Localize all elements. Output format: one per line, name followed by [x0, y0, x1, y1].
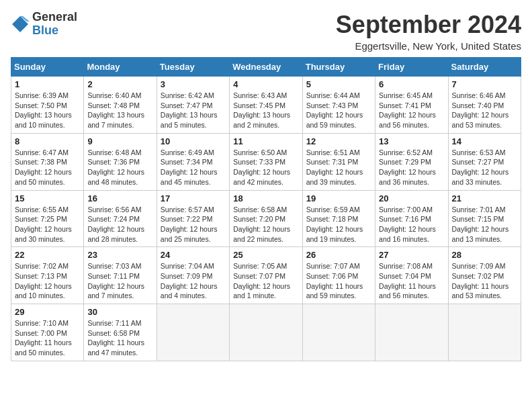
day-info: Sunrise: 6:52 AM Sunset: 7:29 PM Dayligh…: [379, 148, 444, 187]
calendar-cell: 27Sunrise: 7:08 AM Sunset: 7:04 PM Dayli…: [375, 247, 448, 304]
day-number: 9: [87, 136, 152, 146]
day-info: Sunrise: 6:58 AM Sunset: 7:20 PM Dayligh…: [233, 205, 298, 244]
calendar-cell: 4Sunrise: 6:43 AM Sunset: 7:45 PM Daylig…: [230, 77, 302, 134]
day-number: 12: [306, 136, 371, 146]
header-saturday: Saturday: [448, 58, 521, 77]
calendar-cell: 15Sunrise: 6:55 AM Sunset: 7:25 PM Dayli…: [11, 190, 84, 247]
day-number: 30: [87, 307, 152, 317]
calendar-cell: 22Sunrise: 7:02 AM Sunset: 7:13 PM Dayli…: [11, 247, 84, 304]
calendar-cell: 10Sunrise: 6:49 AM Sunset: 7:34 PM Dayli…: [157, 133, 229, 190]
day-info: Sunrise: 6:51 AM Sunset: 7:31 PM Dayligh…: [306, 148, 371, 187]
calendar-week-0: 1Sunrise: 6:39 AM Sunset: 7:50 PM Daylig…: [11, 77, 521, 134]
calendar-cell: 26Sunrise: 7:07 AM Sunset: 7:06 PM Dayli…: [302, 247, 375, 304]
day-number: 28: [452, 250, 517, 260]
day-info: Sunrise: 7:10 AM Sunset: 7:00 PM Dayligh…: [15, 318, 80, 358]
day-info: Sunrise: 6:44 AM Sunset: 7:43 PM Dayligh…: [306, 91, 371, 130]
day-number: 6: [379, 79, 444, 89]
day-info: Sunrise: 6:57 AM Sunset: 7:22 PM Dayligh…: [161, 205, 226, 244]
day-info: Sunrise: 7:03 AM Sunset: 7:11 PM Dayligh…: [87, 261, 152, 301]
title-block: September 2024 Eggertsville, New York, U…: [336, 11, 521, 52]
calendar-week-2: 15Sunrise: 6:55 AM Sunset: 7:25 PM Dayli…: [11, 190, 521, 247]
day-number: 13: [379, 136, 444, 146]
header-sunday: Sunday: [11, 58, 84, 77]
calendar-header-row: SundayMondayTuesdayWednesdayThursdayFrid…: [11, 58, 521, 77]
calendar-cell: 20Sunrise: 7:00 AM Sunset: 7:16 PM Dayli…: [375, 190, 448, 247]
day-number: 24: [161, 250, 226, 260]
day-number: 15: [15, 193, 80, 203]
day-info: Sunrise: 6:42 AM Sunset: 7:47 PM Dayligh…: [161, 91, 226, 130]
day-number: 23: [87, 250, 152, 260]
logo-general: General: [32, 10, 77, 24]
calendar-cell: 6Sunrise: 6:45 AM Sunset: 7:41 PM Daylig…: [375, 77, 448, 134]
calendar-cell: 25Sunrise: 7:05 AM Sunset: 7:07 PM Dayli…: [230, 247, 302, 304]
day-info: Sunrise: 6:53 AM Sunset: 7:27 PM Dayligh…: [452, 148, 517, 187]
calendar-cell: 28Sunrise: 7:09 AM Sunset: 7:02 PM Dayli…: [448, 247, 521, 304]
calendar-cell: 3Sunrise: 6:42 AM Sunset: 7:47 PM Daylig…: [157, 77, 229, 134]
header-thursday: Thursday: [302, 58, 375, 77]
day-info: Sunrise: 6:43 AM Sunset: 7:45 PM Dayligh…: [233, 91, 298, 130]
day-info: Sunrise: 7:05 AM Sunset: 7:07 PM Dayligh…: [233, 261, 298, 301]
day-info: Sunrise: 6:39 AM Sunset: 7:50 PM Dayligh…: [15, 91, 80, 130]
day-number: 20: [379, 193, 444, 203]
day-number: 2: [87, 79, 152, 89]
day-number: 26: [306, 250, 371, 260]
calendar-cell: [375, 304, 448, 361]
day-number: 29: [15, 307, 80, 317]
calendar-cell: 9Sunrise: 6:48 AM Sunset: 7:36 PM Daylig…: [84, 133, 157, 190]
calendar-cell: 1Sunrise: 6:39 AM Sunset: 7:50 PM Daylig…: [11, 77, 84, 134]
day-info: Sunrise: 6:46 AM Sunset: 7:40 PM Dayligh…: [452, 91, 517, 130]
day-info: Sunrise: 7:08 AM Sunset: 7:04 PM Dayligh…: [379, 261, 444, 301]
day-number: 27: [379, 250, 444, 260]
calendar-cell: 11Sunrise: 6:50 AM Sunset: 7:33 PM Dayli…: [230, 133, 302, 190]
day-info: Sunrise: 7:07 AM Sunset: 7:06 PM Dayligh…: [306, 261, 371, 301]
day-info: Sunrise: 7:11 AM Sunset: 6:58 PM Dayligh…: [87, 318, 152, 358]
header-wednesday: Wednesday: [230, 58, 302, 77]
day-info: Sunrise: 7:01 AM Sunset: 7:15 PM Dayligh…: [452, 205, 517, 244]
calendar-cell: [157, 304, 229, 361]
day-info: Sunrise: 6:55 AM Sunset: 7:25 PM Dayligh…: [15, 205, 80, 244]
day-info: Sunrise: 7:00 AM Sunset: 7:16 PM Dayligh…: [379, 205, 444, 244]
logo-blue: Blue: [32, 24, 58, 37]
calendar-cell: 17Sunrise: 6:57 AM Sunset: 7:22 PM Dayli…: [157, 190, 229, 247]
day-number: 14: [452, 136, 517, 146]
day-number: 8: [15, 136, 80, 146]
day-number: 18: [233, 193, 298, 203]
calendar-cell: 14Sunrise: 6:53 AM Sunset: 7:27 PM Dayli…: [448, 133, 521, 190]
calendar: SundayMondayTuesdayWednesdayThursdayFrid…: [11, 57, 521, 361]
day-info: Sunrise: 6:56 AM Sunset: 7:24 PM Dayligh…: [87, 205, 152, 244]
day-number: 11: [233, 136, 298, 146]
month-title: September 2024: [336, 11, 521, 39]
day-number: 21: [452, 193, 517, 203]
day-info: Sunrise: 6:50 AM Sunset: 7:33 PM Dayligh…: [233, 148, 298, 187]
calendar-cell: [230, 304, 302, 361]
page-header: General Blue September 2024 Eggertsville…: [11, 11, 521, 52]
day-number: 4: [233, 79, 298, 89]
calendar-cell: 23Sunrise: 7:03 AM Sunset: 7:11 PM Dayli…: [84, 247, 157, 304]
calendar-cell: [302, 304, 375, 361]
logo-icon: [11, 15, 30, 34]
header-friday: Friday: [375, 58, 448, 77]
day-number: 19: [306, 193, 371, 203]
calendar-cell: 2Sunrise: 6:40 AM Sunset: 7:48 PM Daylig…: [84, 77, 157, 134]
header-monday: Monday: [84, 58, 157, 77]
day-number: 25: [233, 250, 298, 260]
calendar-cell: 18Sunrise: 6:58 AM Sunset: 7:20 PM Dayli…: [230, 190, 302, 247]
day-info: Sunrise: 6:45 AM Sunset: 7:41 PM Dayligh…: [379, 91, 444, 130]
header-tuesday: Tuesday: [157, 58, 229, 77]
day-info: Sunrise: 6:49 AM Sunset: 7:34 PM Dayligh…: [161, 148, 226, 187]
calendar-cell: 21Sunrise: 7:01 AM Sunset: 7:15 PM Dayli…: [448, 190, 521, 247]
calendar-cell: 8Sunrise: 6:47 AM Sunset: 7:38 PM Daylig…: [11, 133, 84, 190]
day-number: 5: [306, 79, 371, 89]
calendar-cell: 24Sunrise: 7:04 AM Sunset: 7:09 PM Dayli…: [157, 247, 229, 304]
logo-text: General Blue: [32, 11, 77, 38]
day-number: 16: [87, 193, 152, 203]
calendar-week-3: 22Sunrise: 7:02 AM Sunset: 7:13 PM Dayli…: [11, 247, 521, 304]
day-info: Sunrise: 7:04 AM Sunset: 7:09 PM Dayligh…: [161, 261, 226, 301]
location: Eggertsville, New York, United States: [336, 40, 521, 52]
day-number: 3: [161, 79, 226, 89]
day-info: Sunrise: 7:02 AM Sunset: 7:13 PM Dayligh…: [15, 261, 80, 301]
day-info: Sunrise: 7:09 AM Sunset: 7:02 PM Dayligh…: [452, 261, 517, 301]
day-number: 22: [15, 250, 80, 260]
calendar-cell: 16Sunrise: 6:56 AM Sunset: 7:24 PM Dayli…: [84, 190, 157, 247]
calendar-week-4: 29Sunrise: 7:10 AM Sunset: 7:00 PM Dayli…: [11, 304, 521, 361]
